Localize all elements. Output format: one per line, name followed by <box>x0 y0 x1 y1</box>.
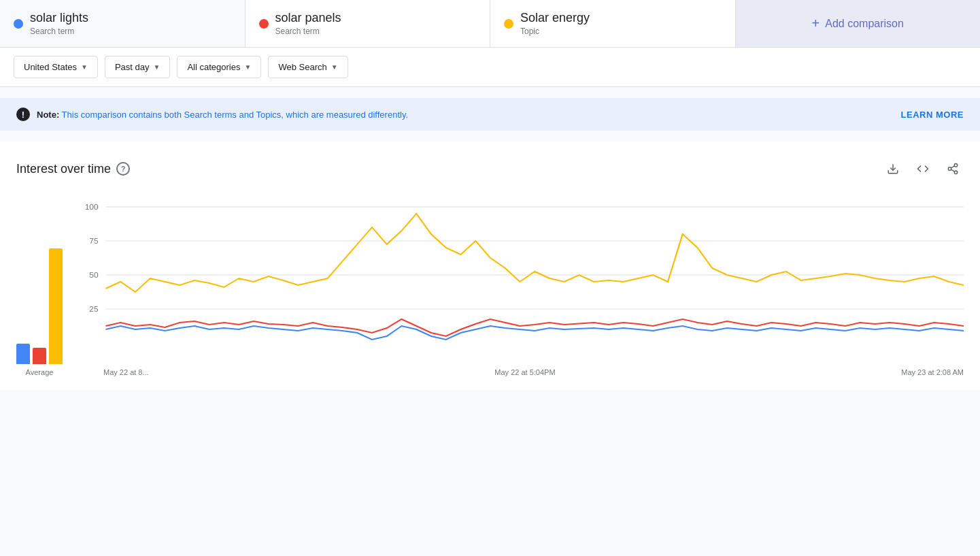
term-type-solar-lights: Search term <box>30 27 88 36</box>
svg-text:100: 100 <box>85 203 99 210</box>
term-info-solar-lights: solar lights Search term <box>30 11 88 36</box>
dot-blue-icon <box>14 19 23 29</box>
bars-wrapper <box>16 228 63 364</box>
download-button[interactable] <box>882 158 904 180</box>
add-comparison-button[interactable]: + Add comparison <box>736 0 981 47</box>
category-label: All categories <box>187 62 240 72</box>
term-name-solar-lights: solar lights <box>30 11 88 25</box>
search-term-solar-energy[interactable]: Solar energy Topic <box>490 0 736 47</box>
note-left: ! Note: This comparison contains both Se… <box>16 108 408 121</box>
avg-bar-yellow <box>49 248 63 364</box>
chart-header: Interest over time ? <box>16 158 964 180</box>
chevron-down-icon: ▼ <box>245 63 252 71</box>
line-chart-svg: 100 75 50 25 <box>76 193 964 363</box>
search-type-filter[interactable]: Web Search ▼ <box>268 56 348 78</box>
chart-title-area: Interest over time ? <box>16 162 130 176</box>
share-icon <box>947 163 959 175</box>
average-bars: Average <box>16 228 63 376</box>
chart-section: Interest over time ? <box>0 142 980 390</box>
x-label-end: May 23 at 2:08 AM <box>901 368 964 376</box>
chart-title: Interest over time <box>16 162 111 176</box>
category-filter[interactable]: All categories ▼ <box>177 56 261 78</box>
avg-bar-blue <box>16 344 30 364</box>
filters-bar: United States ▼ Past day ▼ All categorie… <box>0 48 980 87</box>
x-label-start: May 22 at 8... <box>103 368 149 376</box>
svg-line-5 <box>951 166 954 168</box>
svg-point-1 <box>954 164 958 167</box>
note-link-text: This comparison contains both Search ter… <box>62 110 408 120</box>
svg-point-3 <box>954 171 958 174</box>
note-text: Note: This comparison contains both Sear… <box>37 110 408 120</box>
location-label: United States <box>24 62 77 72</box>
term-name-solar-panels: solar panels <box>275 11 341 25</box>
search-term-solar-lights[interactable]: solar lights Search term <box>0 0 246 47</box>
avg-bar-red <box>33 348 46 364</box>
download-icon <box>887 163 899 175</box>
line-chart-wrapper: 100 75 50 25 May 22 at 8... May 22 at 5:… <box>76 193 964 376</box>
chart-body: Average 100 75 50 25 <box>16 193 964 376</box>
avg-label: Average <box>26 368 54 376</box>
dot-yellow-icon <box>504 19 513 29</box>
help-icon[interactable]: ? <box>116 162 130 176</box>
term-type-solar-panels: Search term <box>275 27 341 36</box>
share-button[interactable] <box>942 158 964 180</box>
chevron-down-icon: ▼ <box>331 63 338 71</box>
term-info-solar-energy: Solar energy Topic <box>520 11 590 36</box>
svg-text:75: 75 <box>89 237 98 244</box>
red-line <box>106 319 964 336</box>
period-filter[interactable]: Past day ▼ <box>105 56 171 78</box>
term-name-solar-energy: Solar energy <box>520 11 590 25</box>
search-terms-bar: solar lights Search term solar panels Se… <box>0 0 980 48</box>
search-type-label: Web Search <box>278 62 326 72</box>
svg-text:50: 50 <box>89 271 98 278</box>
term-info-solar-panels: solar panels Search term <box>275 11 341 36</box>
svg-text:25: 25 <box>89 305 98 312</box>
dot-red-icon <box>259 19 269 29</box>
chart-actions <box>882 158 964 180</box>
add-comparison-label: Add comparison <box>825 18 904 30</box>
note-bar: ! Note: This comparison contains both Se… <box>0 98 980 131</box>
note-label: Note: <box>37 110 59 120</box>
embed-button[interactable] <box>912 158 934 180</box>
location-filter[interactable]: United States ▼ <box>14 56 98 78</box>
term-type-solar-energy: Topic <box>520 27 590 36</box>
svg-point-2 <box>948 167 951 171</box>
search-term-solar-panels[interactable]: solar panels Search term <box>246 0 491 47</box>
x-axis-labels: May 22 at 8... May 22 at 5:04PM May 23 a… <box>76 365 964 376</box>
code-icon <box>917 163 929 175</box>
chevron-down-icon: ▼ <box>81 63 88 71</box>
yellow-line <box>106 214 964 292</box>
svg-line-4 <box>951 169 954 171</box>
blue-line <box>106 326 964 340</box>
period-label: Past day <box>115 62 150 72</box>
plus-icon: + <box>812 16 820 31</box>
x-label-mid: May 22 at 5:04PM <box>494 368 555 376</box>
chevron-down-icon: ▼ <box>154 63 160 71</box>
warning-icon: ! <box>16 108 30 121</box>
learn-more-link[interactable]: LEARN MORE <box>901 110 964 120</box>
